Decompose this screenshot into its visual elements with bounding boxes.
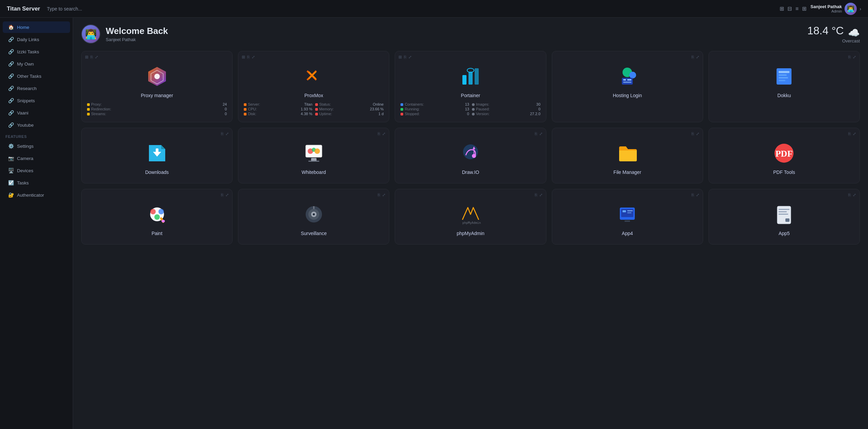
card-portainer[interactable]: ⊞ ⎘ ⤢ Portainer Containers:13 Images:30 bbox=[395, 51, 546, 122]
card-hosting-login[interactable]: ⎘ ⤢ Hosting Login bbox=[552, 51, 703, 122]
svg-rect-52 bbox=[779, 209, 789, 210]
sidebar-item-other-tasks[interactable]: 🔗 Other Tasks bbox=[3, 70, 70, 82]
card-dokku[interactable]: ⎘ ⤢ Dokku bbox=[709, 51, 860, 122]
expand-icon-paint[interactable]: ⤢ bbox=[225, 193, 229, 197]
card-file-manager[interactable]: ⎘ ⤢ File Manager bbox=[552, 128, 703, 183]
copy-icon[interactable]: ⎘ bbox=[90, 55, 93, 59]
card-title-pdf: PDF Tools bbox=[773, 169, 795, 175]
grid-icon[interactable]: ⊞ bbox=[780, 5, 784, 12]
expand-icon-phpmy[interactable]: ⤢ bbox=[539, 193, 543, 197]
svg-point-38 bbox=[161, 220, 165, 222]
expand-icon[interactable]: ⤢ bbox=[95, 55, 98, 59]
sidebar-item-camera[interactable]: 📷 Camera bbox=[3, 153, 70, 164]
card-downloads[interactable]: ⎘ ⤢ Downloads bbox=[81, 128, 233, 183]
card-drawio[interactable]: ⎘ ⤢ Draw.IO bbox=[395, 128, 546, 183]
sidebar-item-izzki-tasks[interactable]: 🔗 Izzki Tasks bbox=[3, 46, 70, 57]
list-icon[interactable]: ≡ bbox=[795, 6, 798, 12]
copy-icon-app4[interactable]: ⎘ bbox=[692, 193, 694, 197]
svg-rect-20 bbox=[156, 148, 158, 153]
copy-icon-dokku[interactable]: ⎘ bbox=[848, 55, 851, 59]
expand-icon-surv[interactable]: ⤢ bbox=[382, 193, 386, 197]
sidebar-item-settings[interactable]: ⚙️ Settings bbox=[3, 140, 70, 152]
card-whiteboard[interactable]: ⎘ ⤢ Whiteboard bbox=[238, 128, 389, 183]
card-phpmy[interactable]: ⎘ ⤢ phpMyAdmin phpMyAdmin bbox=[395, 189, 546, 245]
grid-view-icon-px[interactable]: ⊞ bbox=[242, 55, 245, 59]
svg-point-10 bbox=[629, 72, 636, 78]
expand-icon-app5[interactable]: ⤢ bbox=[853, 193, 856, 197]
sidebar-item-label-myown: My Own bbox=[17, 61, 34, 67]
copy-icon-paint[interactable]: ⎘ bbox=[221, 193, 223, 197]
user-role: Admin bbox=[811, 9, 842, 13]
expand-icon-dokku[interactable]: ⤢ bbox=[853, 55, 856, 59]
paint-icon bbox=[145, 202, 169, 227]
copy-icon-pt[interactable]: ⎘ bbox=[404, 55, 406, 59]
card-title-surveillance: Surveillance bbox=[301, 231, 327, 236]
card-stats-proxy: Proxy: 24 Redirection: 0 Streams: 0 bbox=[87, 102, 227, 117]
sidebar-item-label-home: Home bbox=[17, 25, 29, 30]
expand-icon-pt[interactable]: ⤢ bbox=[408, 55, 412, 59]
topnav-user[interactable]: Sanjeet Pathak Admin 👨‍💻 › bbox=[811, 3, 861, 15]
card-pdf-tools[interactable]: ⎘ ⤢ PDF PDF Tools bbox=[709, 128, 860, 183]
link-icon-myown: 🔗 bbox=[8, 61, 14, 67]
card-app5[interactable]: ⎘ ⤢ App5 bbox=[709, 189, 860, 245]
display-icon[interactable]: ⊟ bbox=[787, 5, 792, 12]
sidebar-item-vaani[interactable]: 🔗 Vaani bbox=[3, 107, 70, 119]
copy-icon-px[interactable]: ⎘ bbox=[247, 55, 250, 59]
copy-icon-fm[interactable]: ⎘ bbox=[692, 131, 694, 136]
weather-temp-row: 18.4 °C ☁️ bbox=[807, 24, 860, 38]
copy-icon-surv[interactable]: ⎘ bbox=[378, 193, 380, 197]
copy-icon-phpmy[interactable]: ⎘ bbox=[535, 193, 537, 197]
grid-view-icon[interactable]: ⊞ bbox=[85, 55, 88, 59]
drawio-icon bbox=[458, 141, 483, 165]
card-app4[interactable]: ⎘ ⤢ App4 bbox=[552, 189, 703, 245]
svg-rect-12 bbox=[623, 79, 626, 81]
link-icon-youtube: 🔗 bbox=[8, 122, 14, 128]
expand-icon-app4[interactable]: ⤢ bbox=[696, 193, 699, 197]
copy-icon-dl[interactable]: ⎘ bbox=[221, 131, 223, 136]
sidebar-item-authenticator[interactable]: 🔐 Authenticator bbox=[3, 189, 70, 201]
sidebar-item-devices[interactable]: 🖥️ Devices bbox=[3, 165, 70, 176]
sidebar-item-home[interactable]: 🏠 Home bbox=[3, 21, 70, 33]
copy-icon-drawio[interactable]: ⎘ bbox=[535, 131, 537, 136]
copy-icon-pdf[interactable]: ⎘ bbox=[848, 131, 851, 136]
expand-icon-dl[interactable]: ⤢ bbox=[225, 131, 229, 136]
search-input[interactable] bbox=[47, 6, 217, 12]
card-actions-app5: ⎘ ⤢ bbox=[848, 193, 856, 197]
svg-rect-43 bbox=[313, 206, 314, 209]
expand-icon-fm[interactable]: ⤢ bbox=[696, 131, 699, 136]
copy-icon-app5[interactable]: ⎘ bbox=[848, 193, 851, 197]
card-surveillance[interactable]: ⎘ ⤢ Surveillance bbox=[238, 189, 389, 245]
card-proxy-manager[interactable]: ⊞ ⎘ ⤢ bbox=[81, 51, 233, 122]
card-title-fm: File Manager bbox=[613, 169, 641, 175]
svg-rect-11 bbox=[622, 78, 633, 85]
sidebar-item-my-own[interactable]: 🔗 My Own bbox=[3, 58, 70, 70]
expand-icon-pdf[interactable]: ⤢ bbox=[853, 131, 856, 136]
card-actions-surveillance: ⎘ ⤢ bbox=[378, 193, 386, 197]
card-actions-left-proxy: ⊞ ⎘ ⤢ bbox=[85, 55, 98, 59]
card-title-drawio: Draw.IO bbox=[462, 169, 479, 175]
expand-icon-hosting[interactable]: ⤢ bbox=[696, 55, 699, 59]
svg-point-27 bbox=[463, 144, 478, 159]
apps-icon[interactable]: ⊞ bbox=[802, 5, 806, 12]
sidebar-item-youtube[interactable]: 🔗 Youtube bbox=[3, 119, 70, 131]
card-proxmox[interactable]: ⊞ ⎘ ⤢ ✕ ✕ ProxMox Server:Titan Status:On… bbox=[238, 51, 389, 122]
svg-rect-14 bbox=[623, 82, 631, 83]
sidebar-item-tasks[interactable]: ☑️ Tasks bbox=[3, 177, 70, 189]
card-title-hosting: Hosting Login bbox=[613, 93, 642, 98]
copy-icon-wb[interactable]: ⎘ bbox=[378, 131, 380, 136]
welcome-title: Welcome Back bbox=[106, 26, 168, 36]
proxmox-icon: ✕ ✕ bbox=[302, 64, 326, 89]
sidebar-item-research[interactable]: 🔗 Research bbox=[3, 83, 70, 94]
card-paint[interactable]: ⎘ ⤢ Paint bbox=[81, 189, 233, 245]
sidebar-item-snippets[interactable]: 🔗 Snippets bbox=[3, 95, 70, 106]
expand-icon-drawio[interactable]: ⤢ bbox=[539, 131, 543, 136]
topnav-icons: ⊞ ⊟ ≡ ⊞ bbox=[780, 5, 806, 12]
expand-icon-px[interactable]: ⤢ bbox=[252, 55, 255, 59]
portainer-icon bbox=[458, 64, 483, 89]
sidebar-item-daily-links[interactable]: 🔗 Daily Links bbox=[3, 34, 70, 45]
expand-icon-wb[interactable]: ⤢ bbox=[382, 131, 386, 136]
grid-view-icon-pt[interactable]: ⊞ bbox=[398, 55, 402, 59]
weather-widget: 18.4 °C ☁️ Overcast bbox=[807, 24, 860, 43]
svg-rect-47 bbox=[623, 210, 626, 212]
copy-icon-hosting[interactable]: ⎘ bbox=[692, 55, 694, 59]
